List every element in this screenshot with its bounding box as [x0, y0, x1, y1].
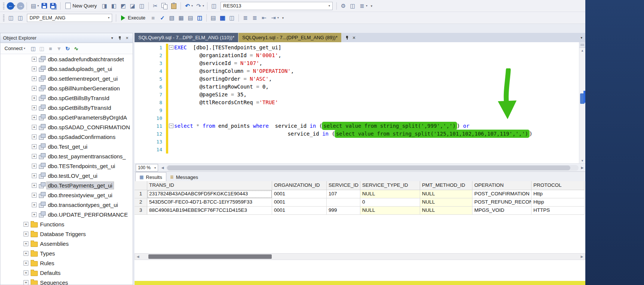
column-header[interactable]: SERVICE_ID: [327, 181, 360, 190]
collapse-icon[interactable]: −: [169, 45, 173, 50]
expand-icon[interactable]: +: [24, 222, 28, 227]
tab-results[interactable]: ▦ Results: [135, 172, 166, 182]
indent-icon[interactable]: ⇥: [269, 14, 278, 22]
expand-icon[interactable]: +: [32, 76, 37, 81]
save-icon[interactable]: [41, 3, 47, 9]
grid-cell[interactable]: 0001: [272, 190, 327, 198]
activity-monitor-icon[interactable]: ◫: [7, 14, 15, 22]
grid-cell[interactable]: 543D5C0F-FEC0-4D71-B7CC-1EIY75959F33: [147, 198, 272, 207]
expand-icon[interactable]: +: [32, 164, 37, 168]
expand-icon[interactable]: +: [32, 154, 37, 159]
editor-horizontal-scrollbar[interactable]: [166, 165, 579, 171]
intellisense-icon[interactable]: ◫: [195, 14, 204, 22]
document-dropdown-icon[interactable]: ▾: [577, 33, 585, 42]
register-server-icon[interactable]: ◫: [29, 44, 37, 53]
scroll-right-icon[interactable]: ▶: [579, 166, 585, 170]
parse-query-icon[interactable]: ✓: [158, 14, 167, 22]
grid-cell[interactable]: NULL: [360, 207, 420, 215]
new-query-button[interactable]: New Query: [62, 1, 100, 10]
grid-cell[interactable]: POST_REFUND_RECON: [472, 198, 531, 207]
grid-cell[interactable]: NULL: [420, 207, 472, 215]
expand-icon[interactable]: +: [24, 241, 28, 246]
window-position-icon[interactable]: ▾: [109, 35, 115, 41]
grid-cell[interactable]: POST_CONFIRMATION: [472, 190, 531, 198]
scroll-left-icon[interactable]: ◀: [160, 166, 166, 170]
server-combo[interactable]: RES013▾: [221, 2, 333, 10]
grid-cell[interactable]: [327, 198, 360, 207]
scroll-right-icon[interactable]: ▶: [579, 255, 585, 258]
expand-icon[interactable]: +: [24, 280, 28, 285]
tree-item[interactable]: +dbo.TestPayments_get_ui: [0, 180, 133, 190]
tree-item[interactable]: +dbo.test_paymenttransactions_: [0, 151, 133, 161]
dropdown-caret-icon[interactable]: ▾: [326, 4, 332, 7]
expand-icon[interactable]: +: [32, 183, 37, 188]
row-header[interactable]: 2: [135, 198, 147, 207]
redo-icon[interactable]: ↷: [194, 2, 203, 10]
expand-icon[interactable]: +: [32, 173, 37, 178]
expand-icon[interactable]: +: [24, 261, 28, 266]
dropdown-caret-icon[interactable]: ▾: [37, 4, 39, 7]
column-header[interactable]: OPERATION: [472, 181, 531, 190]
xmla-query-icon[interactable]: ◪: [128, 2, 137, 10]
comment-icon[interactable]: ≣: [241, 14, 250, 22]
save-all-icon[interactable]: [50, 3, 56, 9]
expand-icon[interactable]: +: [24, 270, 28, 275]
tree-item[interactable]: +Types: [0, 248, 133, 258]
grid-cell[interactable]: 88C49081AB194EBE9CF76F7CC1D415E3: [147, 207, 272, 215]
tree-item[interactable]: +Defaults: [0, 268, 133, 278]
expand-icon[interactable]: +: [32, 57, 37, 62]
column-header[interactable]: TRANS_ID: [147, 181, 272, 190]
expand-icon[interactable]: +: [32, 86, 37, 91]
live-query-stats-icon[interactable]: ▦: [177, 14, 185, 22]
connect-button[interactable]: Connect ▾: [2, 46, 29, 51]
column-header[interactable]: PROTOCOL: [531, 181, 585, 190]
toolbar-overflow-icon[interactable]: ▾: [369, 2, 374, 10]
tools-icon[interactable]: ⚙: [339, 2, 348, 10]
grid-cell[interactable]: Htpp: [531, 198, 585, 207]
grid-corner[interactable]: [135, 181, 147, 190]
database-combo[interactable]: DPP_ELM_ANG▾: [27, 14, 112, 22]
results-to-text-icon[interactable]: ▤: [209, 14, 218, 22]
tree-item[interactable]: +dbo.settlementreport_get_ui: [0, 74, 133, 83]
editor-vertical-scrollbar[interactable]: ▲ ▼: [579, 42, 585, 163]
splitter-handle[interactable]: [579, 42, 585, 48]
tab-sqlquery9[interactable]: SQLQuery9.sql - 7...DPP_ELM_ANG (110))*: [135, 33, 238, 42]
grid-cell[interactable]: Http: [531, 190, 585, 198]
code-line[interactable]: 12 service_id in (select value from stri…: [135, 130, 585, 138]
new-file-icon[interactable]: ▤: [29, 2, 38, 10]
expand-icon[interactable]: +: [32, 115, 37, 120]
dropdown-caret-icon[interactable]: ▾: [203, 4, 204, 7]
grid-cell[interactable]: HTTPS: [531, 207, 585, 215]
mdx-query-icon[interactable]: ◧: [110, 2, 118, 10]
undo-icon[interactable]: ↶: [183, 2, 192, 10]
code-line[interactable]: 13: [135, 138, 585, 146]
expand-icon[interactable]: +: [24, 232, 28, 236]
dropdown-caret-icon[interactable]: ▾: [366, 4, 367, 7]
toolbar-grip[interactable]: [3, 3, 4, 9]
expand-icon[interactable]: +: [32, 105, 37, 110]
expand-icon[interactable]: +: [32, 212, 37, 217]
code-line[interactable]: 11−select * from end_points where servic…: [135, 122, 585, 130]
tree-item[interactable]: +dbo.threesixtyview_get_ui: [0, 190, 133, 200]
tree-item[interactable]: +Rules: [0, 258, 133, 268]
code-line[interactable]: 2 @organizationId = N'0001',: [135, 52, 585, 59]
tree-item[interactable]: +dbo.spGetBillsByTtransId: [0, 103, 133, 112]
scroll-left-icon[interactable]: ◀: [135, 255, 141, 258]
close-tab-icon[interactable]: ×: [352, 35, 355, 41]
code-line[interactable]: 7 @pageSize = 35,: [135, 91, 585, 99]
dropdown-caret-icon[interactable]: ▾: [152, 166, 158, 170]
stop-icon[interactable]: ■: [46, 44, 54, 53]
grid-cell[interactable]: 999: [327, 207, 360, 215]
cut-icon[interactable]: ✂: [151, 2, 160, 10]
code-line[interactable]: 14: [135, 146, 585, 154]
disconnect-icon[interactable]: ◫: [38, 44, 46, 53]
tree-item[interactable]: +dbo.spSadadConfirmations: [0, 132, 133, 142]
tree-item[interactable]: +Sequences: [0, 278, 133, 285]
outdent-icon[interactable]: ⇤: [260, 14, 268, 22]
collapse-icon[interactable]: −: [169, 124, 173, 128]
grid-cell[interactable]: 0001: [272, 207, 327, 215]
code-line[interactable]: 10: [135, 114, 585, 122]
pin-icon[interactable]: [117, 35, 123, 41]
refresh-icon[interactable]: ↻: [64, 44, 71, 53]
grid-cell[interactable]: 2317824B43AD4ABC9FD5FKGKC1E90443: [147, 190, 272, 198]
